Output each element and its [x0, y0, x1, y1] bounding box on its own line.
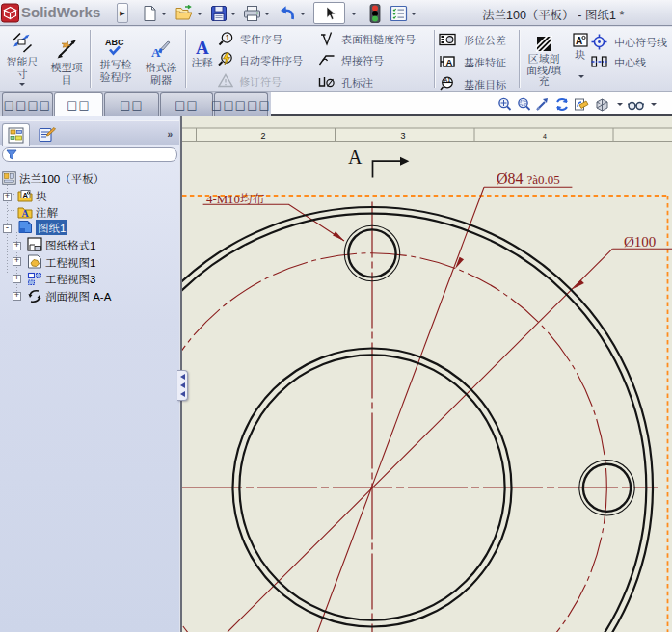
dim-m10-leader[interactable] — [203, 204, 344, 241]
dim84-text[interactable]: Ø84 ?à0.05 — [497, 171, 560, 187]
tab-label: □□ — [67, 98, 91, 112]
format-painter-button[interactable]: A 格式涂刷器 — [139, 40, 183, 86]
tab-office-products[interactable]: □□□□□ — [214, 92, 268, 116]
tree-item-root[interactable]: 法兰100（平板） — [2, 170, 104, 186]
panel-splitter-handle[interactable] — [177, 370, 188, 401]
select-cursor-icon — [323, 6, 336, 21]
previous-view-icon[interactable] — [535, 97, 550, 112]
select-tool-button[interactable] — [313, 2, 345, 24]
smart-dimension-icon — [11, 32, 34, 54]
balloon-button[interactable]: 1 零件序号 — [218, 30, 282, 46]
graphics-area[interactable]: 2 3 4 — [180, 116, 672, 632]
sheet-properties-icon[interactable] — [574, 97, 589, 112]
tab-evaluate[interactable]: □□ — [160, 92, 213, 116]
expander-plus[interactable]: + — [13, 257, 21, 266]
outer-circle[interactable] — [182, 207, 653, 632]
dim-m10-text[interactable]: 4-M10均布 — [206, 193, 265, 206]
hole-callout-button[interactable]: 孔标注 — [318, 73, 373, 90]
area-hatch-button[interactable]: 区域剖面线/填充 — [521, 36, 567, 88]
datum-target-button[interactable]: A1 基准目标 — [439, 75, 506, 92]
tree-connector — [8, 210, 16, 211]
spell-checker-icon: ABC — [103, 37, 128, 57]
block-dropdown[interactable] — [578, 75, 584, 78]
centerline-label: 中心线 — [614, 54, 646, 69]
tree-item-sheet-format1[interactable]: 图纸格式1 — [27, 236, 95, 252]
expander-minus[interactable]: - — [3, 224, 12, 233]
rebuild-indicator-button[interactable] — [369, 3, 381, 24]
commandmanager-tab-band: □□□□ □□ □□ □□ □□□□□ — [0, 92, 672, 116]
center-mark-button[interactable]: 中心符号线 — [591, 34, 667, 50]
new-document-button[interactable] — [142, 3, 167, 24]
dimension-lines — [203, 187, 672, 632]
open-dropdown[interactable] — [197, 13, 202, 15]
smart-dimension-button[interactable]: 智能尺寸 — [1, 32, 43, 86]
toolbar-separator — [90, 30, 92, 88]
dim100-text[interactable]: Ø100 — [624, 234, 656, 250]
zoom-area-icon[interactable] — [517, 97, 531, 112]
auto-balloon-button[interactable]: 自动零件序号 — [217, 51, 303, 67]
geometric-tolerance-button[interactable]: 形位公差 — [439, 32, 506, 48]
outer-chamfer-circle[interactable] — [182, 214, 646, 632]
centerline-icon — [591, 55, 607, 68]
tree-item-drawing-view3[interactable]: 工程视图3 — [27, 271, 95, 287]
auto-balloon-icon — [217, 51, 234, 67]
new-document-dropdown[interactable] — [161, 13, 167, 15]
expander-plus[interactable]: + — [13, 275, 21, 283]
note-button[interactable]: A 注释 — [188, 39, 216, 69]
centerline-button[interactable]: 中心线 — [591, 53, 646, 69]
dim100-line[interactable] — [228, 249, 612, 632]
expander-plus[interactable]: + — [3, 193, 12, 201]
redraw-icon[interactable] — [554, 97, 570, 112]
panel-overflow-chevron[interactable]: » — [167, 129, 172, 140]
tab-property-manager[interactable] — [32, 123, 61, 146]
options-dropdown[interactable] — [411, 13, 417, 15]
revision-symbol-button[interactable]: 修订符号 — [218, 72, 282, 89]
print-dropdown[interactable] — [264, 13, 270, 15]
tree-item-drawing-view1[interactable]: 工程视图1 — [27, 253, 95, 270]
tree-item-sheet1[interactable]: 图纸1 — [17, 219, 67, 235]
options-button[interactable] — [390, 3, 417, 24]
undo-button[interactable] — [277, 3, 306, 24]
zone-label: 3 — [400, 131, 405, 141]
tab-feature-manager-tree[interactable] — [2, 123, 30, 146]
model-items-button[interactable]: 模型项目 — [45, 40, 88, 86]
expander-plus[interactable]: + — [13, 292, 21, 301]
tab-sketch[interactable]: □□ — [104, 92, 159, 116]
tab-annotation[interactable]: □□ — [54, 92, 103, 116]
select-tool-dropdown[interactable] — [351, 13, 357, 15]
note-label: 注释 — [192, 57, 213, 69]
tree-item-section-view[interactable]: 剖面视图 A-A — [27, 288, 111, 304]
zone-label: 4 — [543, 133, 547, 140]
bolt-circle-centerline[interactable] — [182, 253, 606, 632]
dim84-line[interactable] — [317, 187, 484, 632]
tree-filter-input[interactable] — [17, 149, 176, 160]
geometric-tolerance-icon — [439, 33, 456, 46]
weld-symbol-button[interactable]: 焊接符号 — [318, 51, 384, 67]
tree-item-annotations[interactable]: A 注解 — [17, 203, 58, 220]
surface-finish-button[interactable]: 表面粗糙度符号 — [319, 31, 416, 47]
flange-geometry[interactable] — [182, 207, 653, 632]
menu-expand-button[interactable]: ▶ — [117, 3, 128, 23]
zoom-fit-icon[interactable] — [497, 97, 512, 112]
block-label: 块 — [575, 49, 585, 62]
tree-filter-box[interactable] — [2, 147, 177, 162]
undo-dropdown[interactable] — [300, 13, 306, 15]
datum-feature-button[interactable]: A 基准特征 — [439, 53, 506, 69]
spell-checker-button[interactable]: ABC 拼写检验程序 — [94, 37, 138, 83]
expander-plus[interactable]: + — [13, 242, 21, 250]
view-settings-dropdown[interactable] — [617, 103, 623, 106]
open-button[interactable] — [175, 3, 202, 24]
block-button[interactable]: A 块 — [570, 33, 590, 78]
sheet-format-icon — [27, 237, 42, 251]
datum-target-label: 基准目标 — [464, 76, 506, 92]
print-button[interactable] — [243, 3, 270, 24]
tab-view-layout[interactable]: □□□□ — [2, 92, 53, 116]
save-dropdown[interactable] — [230, 13, 236, 15]
hide-show-dropdown[interactable] — [651, 103, 657, 106]
tree-item-blocks[interactable]: A 块 — [17, 187, 47, 203]
hide-show-glasses-icon[interactable] — [628, 99, 644, 111]
section-line-marker[interactable]: A — [348, 146, 409, 178]
smart-dimension-dropdown[interactable] — [19, 83, 25, 86]
view-settings-cube-icon[interactable] — [594, 97, 610, 113]
save-button[interactable] — [210, 3, 236, 24]
